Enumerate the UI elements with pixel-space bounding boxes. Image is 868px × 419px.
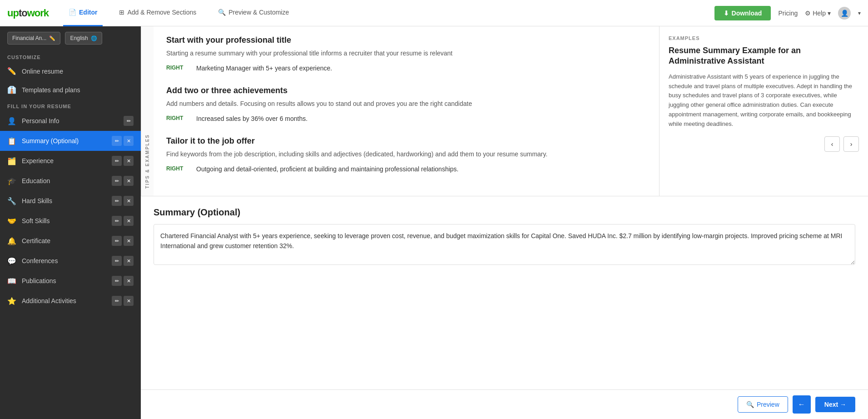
personal-info-actions: ✏ [124,116,134,126]
back-button[interactable]: ← [793,395,811,414]
personal-info-edit-btn[interactable]: ✏ [124,116,134,126]
right-label-1: RIGHT [166,64,189,71]
sidebar-item-online-resume[interactable]: ✏️ Online resume [0,62,141,80]
sidebar-item-soft-skills[interactable]: 🤝 Soft Skills ✏ ✕ [0,211,141,231]
hard-skills-icon: 🔧 [7,197,16,205]
example-body: Administrative Assistant with 5 years of… [669,72,859,129]
education-icon: 🎓 [7,177,16,185]
publications-delete-btn[interactable]: ✕ [124,276,134,286]
tips-heading-3: Tailor it to the job offer [166,136,646,146]
preview-button[interactable]: 🔍 Preview [738,396,788,413]
hard-skills-edit-btn[interactable]: ✏ [112,196,122,206]
account-chevron-icon: ▾ [858,10,861,16]
tab-preview-customize[interactable]: 🔍 Preview & Customize [213,0,294,26]
edit-icon: ✏️ [49,35,55,41]
publications-edit-btn[interactable]: ✏ [112,276,122,286]
sidebar-item-experience[interactable]: 🗂️ Experience ✏ ✕ [0,151,141,171]
sidebar-item-templates[interactable]: 👔 Templates and plans [0,80,141,99]
tab-add-remove[interactable]: ⊞ Add & Remove Sections [114,0,202,26]
conferences-edit-btn[interactable]: ✏ [112,256,122,266]
sidebar-item-summary[interactable]: 📋 Summary (Optional) ✏ ✕ [0,131,141,151]
publications-icon: 📖 [7,277,16,285]
soft-skills-icon: 🤝 [7,217,16,225]
summary-textarea[interactable] [154,224,855,265]
summary-delete-btn[interactable]: ✕ [124,136,134,146]
help-icon: ⚙ [805,10,811,17]
add-remove-icon: ⊞ [119,9,124,16]
help-chevron-icon: ▾ [828,10,831,17]
soft-skills-delete-btn[interactable]: ✕ [124,216,134,226]
sidebar-item-additional[interactable]: ⭐ Additional Activities ✏ ✕ [0,291,141,311]
additional-edit-btn[interactable]: ✏ [112,296,122,306]
next-button[interactable]: Next → [815,397,855,412]
sidebar-item-education[interactable]: 🎓 Education ✏ ✕ [0,171,141,191]
sidebar: Financial An... ✏️ English 🌐 Customize ✏… [0,26,141,419]
sidebar-item-hard-skills[interactable]: 🔧 Hard Skills ✏ ✕ [0,191,141,211]
example-prev-btn[interactable]: ‹ [824,136,840,152]
conferences-actions: ✏ ✕ [112,256,134,266]
hard-skills-actions: ✏ ✕ [112,196,134,206]
sidebar-item-personal-info[interactable]: 👤 Personal Info ✏ [0,111,141,131]
tips-content: Start with your professional title Start… [154,26,659,196]
download-icon: ⬇ [724,10,729,17]
download-button[interactable]: ⬇ Download [714,6,771,20]
tips-block-1: Start with your professional title Start… [166,35,646,73]
customize-label: Customize [0,50,141,62]
summary-edit-btn[interactable]: ✏ [112,136,122,146]
help-menu[interactable]: ⚙ Help ▾ [805,10,831,17]
templates-icon: 👔 [7,85,16,94]
logo: uptowork [7,7,49,19]
tips-text-1: Starting a resume summary with your prof… [166,49,646,58]
example-title: Resume Summary Example for an Administra… [669,45,859,67]
tips-example-3: RIGHT Outgoing and detail-oriented, prof… [166,165,646,174]
experience-icon: 🗂️ [7,157,16,165]
sidebar-top: Financial An... ✏️ English 🌐 [0,26,141,50]
hard-skills-delete-btn[interactable]: ✕ [124,196,134,206]
certificate-actions: ✏ ✕ [112,236,134,246]
tab-editor[interactable]: 📄 Editor [63,0,103,26]
sidebar-item-certificate[interactable]: 🔔 Certificate ✏ ✕ [0,231,141,251]
tips-example-1: RIGHT Marketing Manager with 5+ years of… [166,64,646,73]
avatar[interactable]: 👤 [838,7,851,20]
experience-actions: ✏ ✕ [112,156,134,166]
fill-resume-label: Fill in Your Resume [0,99,141,111]
additional-actions: ✏ ✕ [112,296,134,306]
summary-title: Summary (Optional) [154,207,855,218]
globe-icon: 🌐 [91,35,97,41]
personal-info-icon: 👤 [7,117,16,125]
online-resume-icon: ✏️ [7,67,16,75]
certificate-delete-btn[interactable]: ✕ [124,236,134,246]
right-label-3: RIGHT [166,165,189,172]
example-text-2: Increased sales by 36% over 6 months. [196,114,308,124]
education-delete-btn[interactable]: ✕ [124,176,134,186]
bottom-bar: 🔍 Preview ← Next → [141,389,868,419]
certificate-edit-btn[interactable]: ✏ [112,236,122,246]
conferences-delete-btn[interactable]: ✕ [124,256,134,266]
content-area: Tips & Examples Start with your professi… [141,26,868,419]
soft-skills-actions: ✏ ✕ [112,216,134,226]
example-next-btn[interactable]: › [843,136,859,152]
tips-rotated-label: Tips & Examples [141,26,154,196]
experience-delete-btn[interactable]: ✕ [124,156,134,166]
example-text-1: Marketing Manager with 5+ years of exper… [196,64,332,73]
summary-actions: ✏ ✕ [112,136,134,146]
main-layout: Financial An... ✏️ English 🌐 Customize ✏… [0,26,868,419]
tips-block-2: Add two or three achievements Add number… [166,86,646,124]
tips-heading-1: Start with your professional title [166,35,646,45]
experience-edit-btn[interactable]: ✏ [112,156,122,166]
pricing-link[interactable]: Pricing [778,10,798,17]
sidebar-item-publications[interactable]: 📖 Publications ✏ ✕ [0,271,141,291]
sidebar-item-conferences[interactable]: 💬 Conferences ✏ ✕ [0,251,141,271]
soft-skills-edit-btn[interactable]: ✏ [112,216,122,226]
resume-name-button[interactable]: Financial An... ✏️ [7,32,60,45]
education-edit-btn[interactable]: ✏ [112,176,122,186]
preview-icon: 🔍 [746,401,754,408]
language-button[interactable]: English 🌐 [65,32,102,45]
tips-text-3: Find keywords from the job description, … [166,150,646,159]
example-nav: ‹ › [669,136,859,152]
summary-section: Summary (Optional) [141,196,868,389]
additional-icon: ⭐ [7,297,16,305]
additional-delete-btn[interactable]: ✕ [124,296,134,306]
nav-right: ⬇ Download Pricing ⚙ Help ▾ 👤 ▾ [714,6,861,20]
example-text-3: Outgoing and detail-oriented, proficient… [196,165,458,174]
